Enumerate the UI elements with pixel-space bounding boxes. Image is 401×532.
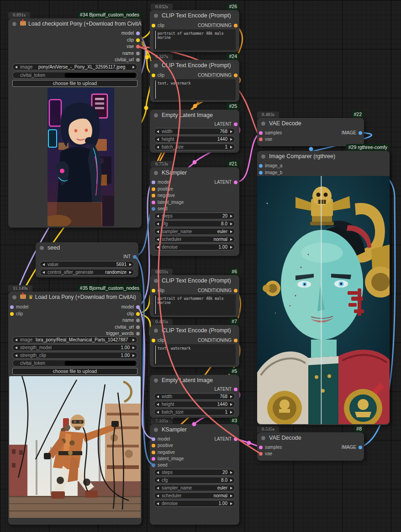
collapse-dot-icon[interactable] (154, 14, 158, 18)
input-port-vae[interactable]: vae (257, 136, 364, 143)
port-dot-conditioning[interactable] (234, 24, 237, 27)
prompt-textarea[interactable]: portrait of warhammer 40k male marine (153, 294, 236, 315)
collapse-dot-icon[interactable] (261, 154, 265, 159)
node-clip-text-encode-6[interactable]: CLIP Text Encode (Prompt) clip CONDITION… (150, 275, 239, 317)
port-dot-image[interactable] (359, 131, 362, 135)
strength-clip-widget[interactable]: strength_clip1.00 (12, 352, 137, 359)
width-widget[interactable]: width768 (154, 128, 235, 135)
prev-arrow-icon[interactable] (157, 487, 159, 489)
collapse-dot-icon[interactable] (154, 113, 158, 117)
node-header[interactable]: CLIP Text Encode (Prompt) (150, 10, 239, 21)
node-header[interactable]: VAE Decode (257, 118, 364, 129)
port-dot-name[interactable] (136, 52, 140, 55)
input-port-seed[interactable]: seed (150, 462, 239, 468)
scheduler-widget[interactable]: schedulernormal (154, 236, 235, 243)
next-arrow-icon[interactable] (230, 230, 232, 233)
denoise-widget[interactable]: denoise1.00 (154, 244, 235, 250)
cfg-widget[interactable]: cfg8.0 (154, 220, 235, 227)
output-port-latent[interactable]: LATENT (150, 121, 239, 128)
token-masked-value[interactable] (65, 73, 136, 78)
increment-arrow-icon[interactable] (230, 246, 232, 249)
increment-arrow-icon[interactable] (230, 215, 232, 218)
node-header[interactable]: Image Comparer (rgthree) (257, 151, 390, 162)
input-port-vae[interactable]: vae (257, 450, 364, 457)
decrement-arrow-icon[interactable] (157, 502, 159, 505)
output-port-name[interactable]: name (8, 50, 142, 57)
prompt-textarea[interactable]: text, watermark (153, 344, 236, 365)
output-port-latent[interactable]: LATENT (150, 179, 239, 186)
collapse-dot-icon[interactable] (40, 246, 44, 250)
port-dot-image[interactable] (359, 446, 362, 449)
height-widget[interactable]: height1440 (154, 136, 235, 143)
output-port-civitai-url[interactable]: civitai_url (8, 324, 142, 330)
port-dot-latent[interactable] (234, 181, 237, 184)
image-combo-widget[interactable]: imagelora_pony/Real_Mechanical_Parts_104… (12, 336, 137, 343)
input-port-latent-image[interactable]: latent_image (150, 455, 239, 462)
sampler-name-widget[interactable]: sampler_nameeuler (154, 228, 235, 235)
reroute-dot[interactable] (145, 55, 149, 59)
reroute-dot[interactable] (193, 160, 197, 165)
node-clip-text-encode-7[interactable]: CLIP Text Encode (Prompt) clip CONDITION… (150, 325, 239, 367)
height-widget[interactable]: height1440 (154, 401, 235, 408)
decrement-arrow-icon[interactable] (157, 479, 159, 482)
port-dot-int[interactable] (133, 255, 137, 259)
port-dot-vae[interactable] (259, 452, 263, 456)
batch-size-widget[interactable]: batch_size1 (154, 144, 235, 150)
image-combo-widget[interactable]: imagepony/AniVerse_-_Pony_XL_32595117.jp… (12, 64, 137, 70)
prompt-textarea[interactable]: portrait of warhammer 40k male marine (153, 29, 236, 50)
input-port-positive[interactable]: positive (150, 186, 239, 192)
denoise-widget[interactable]: denoise1.00 (154, 500, 235, 507)
port-dot-trigger-words[interactable] (136, 332, 140, 335)
decrement-arrow-icon[interactable] (157, 246, 159, 249)
increment-arrow-icon[interactable] (132, 354, 135, 357)
port-dot-image-a[interactable] (259, 164, 263, 168)
input-port-latent-image[interactable]: latent_image (150, 199, 239, 206)
node-header[interactable]: Load checkpoint Pony (+Download from Civ… (8, 18, 142, 29)
node-header[interactable]: KSampler (150, 424, 239, 435)
width-widget[interactable]: width768 (154, 393, 235, 400)
node-header[interactable]: KSampler (150, 167, 239, 178)
decrement-arrow-icon[interactable] (15, 346, 17, 349)
decrement-arrow-icon[interactable] (157, 223, 159, 225)
prev-arrow-icon[interactable] (15, 66, 17, 69)
output-port-clip[interactable]: clip (8, 310, 142, 317)
increment-arrow-icon[interactable] (230, 403, 232, 406)
node-load-checkpoint-pony[interactable]: Load checkpoint Pony (+Download from Civ… (8, 18, 142, 228)
collapse-dot-icon[interactable] (261, 436, 265, 440)
collapse-dot-icon[interactable] (154, 378, 158, 383)
input-port-negative[interactable]: negative (150, 192, 239, 199)
port-dot-seed[interactable] (152, 463, 155, 467)
output-port-int[interactable]: INT (36, 253, 138, 260)
output-port-latent[interactable]: LATENT (150, 386, 239, 393)
port-dot-vae[interactable] (136, 45, 140, 48)
output-port-civitai-url[interactable]: civitai_url (8, 56, 142, 63)
output-port-conditioning[interactable]: CONDITIONING (150, 337, 239, 344)
prev-arrow-icon[interactable] (42, 271, 45, 274)
node-vae-decode-8[interactable]: VAE Decode samples vae IMAGE (257, 432, 364, 461)
next-arrow-icon[interactable] (132, 339, 135, 341)
node-header[interactable]: seed (36, 242, 138, 253)
increment-arrow-icon[interactable] (230, 223, 232, 225)
collapse-dot-icon[interactable] (154, 64, 158, 68)
steps-widget[interactable]: steps20 (154, 213, 235, 219)
increment-arrow-icon[interactable] (230, 138, 232, 141)
seed-value-widget[interactable]: value5691 (40, 261, 134, 268)
collapse-dot-icon[interactable] (12, 295, 16, 299)
port-dot-image-b[interactable] (259, 171, 263, 175)
node-header[interactable]: Empty Latent Image (150, 375, 239, 386)
next-arrow-icon[interactable] (129, 271, 132, 274)
decrement-arrow-icon[interactable] (157, 215, 159, 218)
cfg-widget[interactable]: cfg8.0 (154, 477, 235, 484)
node-ksampler-21[interactable]: KSampler model positive negative latent_… (150, 167, 239, 256)
choose-file-button[interactable]: choose file to upload (12, 368, 137, 375)
node-header[interactable]: CLIP Text Encode (Prompt) (150, 275, 239, 286)
comfyui-canvas[interactable]: { "colors":{ "model":"#b1a1e8","clip":"#… (0, 0, 401, 532)
node-empty-latent-25[interactable]: Empty Latent Image LATENT width768 heigh… (150, 110, 239, 153)
next-arrow-icon[interactable] (132, 66, 135, 69)
increment-arrow-icon[interactable] (230, 502, 232, 505)
port-dot-conditioning[interactable] (234, 74, 237, 77)
node-load-lora-pony[interactable]: ♛Load Lora Pony (+Download from CivitAi)… (8, 292, 142, 525)
decrement-arrow-icon[interactable] (157, 138, 159, 141)
decrement-arrow-icon[interactable] (157, 130, 159, 133)
port-dot-latent[interactable] (234, 437, 237, 441)
